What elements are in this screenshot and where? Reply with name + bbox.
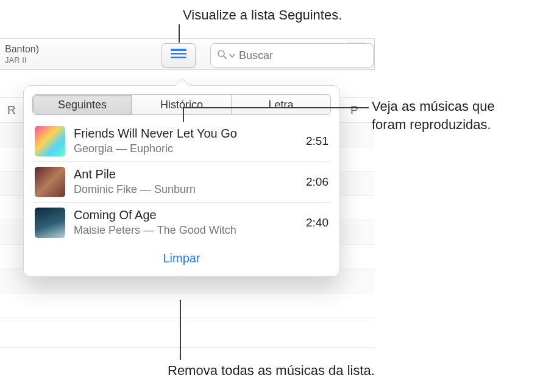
- tab-playing-next[interactable]: Seguintes: [33, 95, 132, 114]
- callout-queue-button: Visualize a lista Seguintes.: [183, 6, 342, 24]
- search-icon: [217, 49, 227, 61]
- header-col-3: P: [350, 103, 375, 117]
- tab-lyrics[interactable]: Letra: [232, 95, 330, 114]
- track-title: Ant Pile: [74, 167, 299, 182]
- clear-queue-button[interactable]: Limpar: [163, 251, 200, 265]
- svg-rect-1: [171, 53, 186, 55]
- track-duration: 2:06: [299, 175, 328, 189]
- header-col-1: R: [0, 103, 18, 117]
- queue-row[interactable]: Ant Pile Dominic Fike — Sunburn 2:06: [32, 162, 331, 203]
- playing-next-button[interactable]: [161, 43, 196, 68]
- playing-next-popover: Seguintes Histórico Letra Friends Will N…: [23, 85, 340, 277]
- track-subtitle: Dominic Fike — Sunburn: [74, 183, 299, 197]
- list-icon: [170, 48, 187, 63]
- queue-row[interactable]: Friends Will Never Let You Go Georgia — …: [32, 121, 331, 162]
- album-art: [35, 208, 65, 238]
- queue-row[interactable]: Coming Of Age Maisie Peters — The Good W…: [32, 203, 331, 243]
- track-subtitle: Georgia — Euphoric: [74, 142, 299, 156]
- tab-history[interactable]: Histórico: [132, 95, 232, 114]
- track-duration: 2:40: [299, 216, 328, 229]
- svg-rect-0: [171, 49, 186, 51]
- track-duration: 2:51: [299, 135, 328, 148]
- segmented-control: Seguintes Histórico Letra: [32, 94, 331, 115]
- svg-line-4: [224, 56, 226, 58]
- svg-rect-2: [171, 57, 186, 58]
- search-input[interactable]: [239, 49, 380, 62]
- queue-list: Friends Will Never Let You Go Georgia — …: [32, 121, 331, 243]
- album-art: [35, 167, 65, 197]
- callout-history-tab: Veja as músicas que foram reproduzidas.: [372, 97, 495, 133]
- chevron-down-icon[interactable]: [229, 50, 235, 61]
- album-art: [35, 126, 65, 156]
- search-field-wrap[interactable]: [210, 43, 374, 68]
- track-subtitle: Maisie Peters — The Good Witch: [74, 223, 299, 237]
- track-title: Friends Will Never Let You Go: [74, 126, 299, 141]
- callout-clear-button: Remova todas as músicas da lista.: [168, 362, 375, 380]
- popover-arrow: [175, 79, 190, 86]
- track-title: Coming Of Age: [74, 208, 299, 223]
